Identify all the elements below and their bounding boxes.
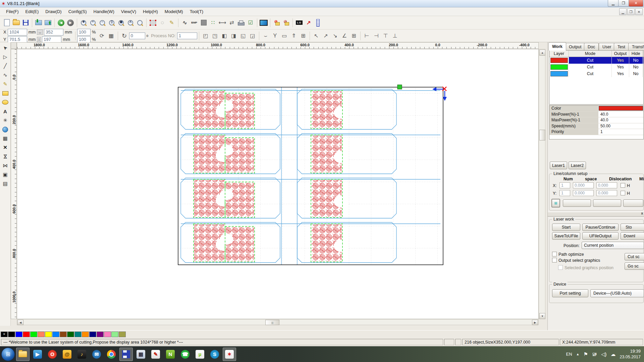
zoom-data-button[interactable]: ▦	[117, 18, 125, 27]
device-select-button[interactable]: Device---(USB:Auto)	[590, 289, 644, 297]
offset-tool-button[interactable]: ▣	[1, 170, 10, 179]
network-icon[interactable]: 🖳︎	[592, 351, 597, 357]
horizontal-scrollbar[interactable]: ◀ ||| ▶	[17, 319, 539, 325]
palette-swatch[interactable]	[111, 331, 118, 337]
align-top-button[interactable]: ⊤	[381, 31, 390, 41]
align-right-button[interactable]: ⊣	[372, 31, 381, 41]
opera-button[interactable]: O	[46, 348, 59, 361]
tab-test[interactable]: Test	[614, 43, 629, 51]
tool-setting2-button[interactable]	[282, 18, 290, 27]
weld-button[interactable]: ⌣	[261, 31, 270, 41]
array-copy-button[interactable]: ⊞	[299, 31, 308, 41]
document-app-button[interactable]	[119, 348, 133, 361]
menu-draw[interactable]: Draw(D)	[42, 8, 65, 15]
x-num-field[interactable]: 1	[559, 182, 570, 188]
scroll-right-button[interactable]: ▶	[532, 320, 538, 325]
menu-file[interactable]: File(F)	[3, 8, 22, 15]
thunderbird-button[interactable]: ✉	[90, 348, 103, 361]
palette-swatch[interactable]	[23, 331, 30, 337]
mirror-lb-button[interactable]: ◱	[239, 31, 248, 41]
palette-swatch[interactable]	[67, 331, 74, 337]
skype-button[interactable]: S	[208, 348, 221, 361]
export-button[interactable]: ⬆	[44, 18, 52, 27]
language-indicator[interactable]: EN	[566, 352, 572, 357]
x-space-field[interactable]: 0.000	[573, 182, 594, 188]
tab-work[interactable]: Work	[548, 42, 566, 51]
palette-swatch[interactable]	[30, 331, 37, 337]
vscroll-thumb[interactable]	[539, 130, 545, 140]
laser-origin-button[interactable]: LO	[295, 18, 304, 27]
process-no-field[interactable]: 1	[177, 33, 197, 39]
to-top-button[interactable]: ⇑	[289, 31, 298, 41]
output-select-checkbox[interactable]: Output select graphics	[552, 258, 600, 263]
prop-value[interactable]: 1	[598, 129, 643, 135]
aimp-button[interactable]: ♪	[75, 348, 89, 361]
redo-button[interactable]: ▶	[66, 18, 75, 27]
position-dropdown[interactable]: Current position	[582, 242, 644, 249]
mirror-v-button[interactable]: ◨	[229, 31, 238, 41]
new-file-button[interactable]	[2, 18, 11, 27]
cut-scale-button[interactable]: Cut sc	[625, 253, 644, 260]
action-center-flag-icon[interactable]: ⚑	[583, 351, 588, 357]
palette-swatch[interactable]	[119, 331, 126, 337]
laser1-button[interactable]: Laser1	[550, 162, 567, 169]
bestfill-button[interactable]: ⊞	[551, 199, 560, 207]
palette-swatch[interactable]	[74, 331, 82, 337]
linecol-extra-button[interactable]	[623, 199, 643, 207]
menu-edit[interactable]: Edit(E)	[22, 8, 42, 15]
layer-row-green[interactable]: Cut Yes No	[549, 64, 643, 70]
mirror-horizontal-button[interactable]: ⋈	[1, 161, 10, 170]
save-to-ufile-button[interactable]: SaveToUFile	[552, 232, 580, 240]
menu-handle[interactable]: Handle(W)	[90, 8, 118, 15]
layer-row-blue[interactable]: Cut Yes No	[549, 70, 643, 77]
line-tool-button[interactable]: ╱	[1, 62, 10, 70]
node-edit-button[interactable]: ∷	[209, 18, 217, 27]
curve-tool-button[interactable]: ∿	[180, 18, 189, 27]
maximize-button[interactable]: ❐	[618, 0, 629, 7]
palette-swatch[interactable]	[89, 331, 96, 337]
port-setting-button[interactable]: Port setting	[552, 289, 588, 297]
vertical-scrollbar[interactable]: ▲ ▼	[539, 49, 545, 319]
zoom-pan-button[interactable]: ✥	[79, 18, 88, 27]
panel-splitter[interactable]: x	[548, 212, 644, 217]
align-grid-button[interactable]: ⊞	[350, 31, 358, 41]
hscroll-thumb[interactable]: |||	[265, 320, 279, 325]
x-mirror-checkbox[interactable]: H	[621, 183, 630, 188]
cloud-sync-icon[interactable]: ☁	[610, 351, 615, 357]
select-tool-button[interactable]: ➤	[1, 44, 10, 52]
palette-swatch[interactable]	[15, 331, 22, 337]
mdi-restore-button[interactable]: ❐	[627, 8, 635, 15]
mirror-rt-button[interactable]: ◳	[211, 31, 219, 41]
width-field[interactable]: 352	[44, 29, 63, 36]
zoom-out-button[interactable]: −	[98, 18, 107, 27]
text-tool-button[interactable]: A	[1, 107, 10, 116]
pen-button[interactable]: ✎	[167, 18, 176, 27]
x-dislocation-field[interactable]: 0.000	[596, 182, 617, 188]
volume-icon[interactable]: ◁)	[601, 351, 607, 357]
mirror-lt-button[interactable]: ◰	[201, 31, 210, 41]
selection-handle[interactable]	[397, 85, 402, 89]
align-corner2-button[interactable]: ↗	[321, 31, 330, 41]
point-tool-button[interactable]: ✳	[1, 116, 10, 125]
stop-button[interactable]: Sto	[621, 224, 644, 231]
prop-value[interactable]: 40.0	[598, 117, 643, 123]
palette-swatch[interactable]	[8, 331, 15, 337]
zoom-all-button[interactable]: A	[126, 18, 135, 27]
palette-swatch[interactable]	[60, 331, 67, 337]
explorer-button[interactable]	[16, 348, 30, 361]
laser-app-button[interactable]: ✶	[223, 348, 236, 361]
ufile-output-button[interactable]: UFileOutput	[582, 232, 619, 240]
color-value-swatch[interactable]	[599, 106, 643, 111]
y-dislocation-field[interactable]: 0.000	[596, 190, 617, 196]
node-select-button[interactable]: ◌	[158, 18, 167, 27]
close-pane-icon[interactable]: x	[641, 212, 643, 215]
minimize-button[interactable]: ▁	[608, 0, 619, 7]
menu-config[interactable]: Config(S)	[65, 8, 90, 15]
open-file-button[interactable]	[12, 18, 20, 27]
node-edit-tool-button[interactable]: ▷	[1, 53, 10, 61]
bitmap-tool-button[interactable]	[1, 125, 10, 134]
menu-help[interactable]: Help(H)	[140, 8, 161, 15]
laser2-button[interactable]: Laser2	[569, 162, 586, 169]
pause-continue-button[interactable]: Pause/Continue	[582, 224, 619, 231]
menu-model[interactable]: Model(M)	[161, 8, 186, 15]
